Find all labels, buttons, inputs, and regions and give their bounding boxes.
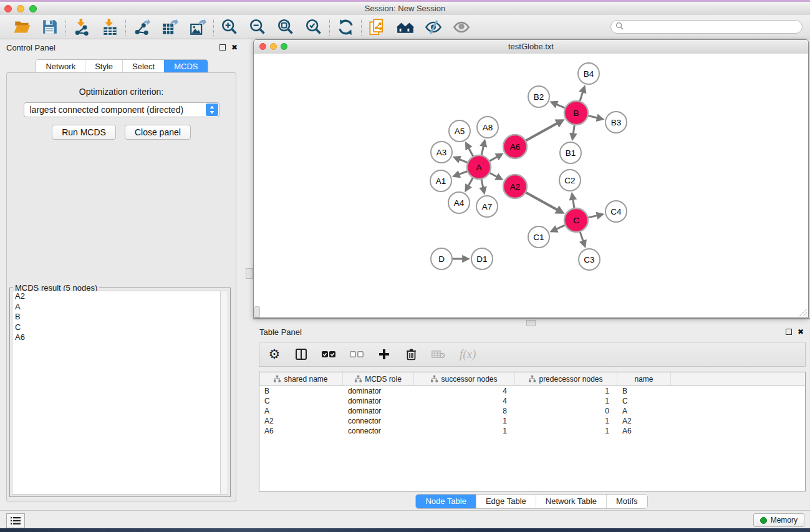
graph-node-B[interactable]: B — [564, 101, 588, 125]
graph-node-B1[interactable]: B1 — [560, 142, 581, 163]
graph-node-A6[interactable]: A6 — [503, 135, 527, 158]
cell-name[interactable]: A6 — [617, 427, 671, 435]
minimize-window-button[interactable] — [17, 5, 24, 12]
graph-node-B3[interactable]: B3 — [605, 112, 627, 133]
graph-edge-A6-B[interactable] — [524, 123, 558, 142]
hide-selection-icon[interactable] — [425, 18, 442, 36]
column-header-predecessor-nodes[interactable]: predecessor nodes — [515, 372, 617, 385]
graph-node-A7[interactable]: A7 — [476, 196, 498, 217]
table-row[interactable]: A2connector11A2 — [259, 416, 805, 426]
column-header-mcds-role[interactable]: MCDS role — [343, 372, 414, 385]
network-graph[interactable]: B4B2BB3A5A8A6A3AB1A1A2C2A4A7C4CC1C3DD1 — [254, 54, 808, 317]
tab-motifs[interactable]: Motifs — [606, 495, 647, 508]
cell-shared-name[interactable]: A — [259, 407, 343, 415]
memory-button[interactable]: Memory — [753, 513, 804, 527]
cell-shared-name[interactable]: A6 — [259, 427, 343, 435]
horizontal-splitter[interactable] — [253, 318, 810, 319]
cell-name[interactable]: A — [617, 407, 671, 415]
graph-node-A1[interactable]: A1 — [430, 170, 451, 191]
result-list-scrollbar[interactable] — [220, 291, 228, 495]
zoom-selected-icon[interactable] — [305, 18, 322, 36]
select-all-rows-icon[interactable] — [322, 347, 335, 362]
delete-table-icon[interactable] — [432, 347, 445, 362]
table-row[interactable]: Cdominator41C — [259, 396, 805, 406]
zoom-in-icon[interactable] — [221, 18, 238, 36]
column-header-name[interactable]: name — [617, 372, 671, 385]
tab-network-table[interactable]: Network Table — [536, 495, 606, 508]
tab-node-table[interactable]: Node Table — [416, 495, 476, 508]
cell-successor-nodes[interactable]: 4 — [414, 397, 515, 405]
cell-predecessor-nodes[interactable]: 1 — [515, 397, 617, 405]
cell-predecessor-nodes[interactable]: 1 — [515, 427, 617, 435]
tab-edge-table[interactable]: Edge Table — [476, 495, 536, 508]
table-row[interactable]: A6connector11A6 — [259, 426, 805, 436]
cell-name[interactable]: B — [617, 387, 671, 395]
graph-node-B4[interactable]: B4 — [578, 63, 599, 84]
search-field[interactable] — [610, 20, 803, 34]
network-zoom-button[interactable] — [281, 43, 287, 50]
export-table-icon[interactable] — [161, 18, 178, 36]
zoom-window-button[interactable] — [29, 5, 37, 12]
show-all-windows-icon[interactable] — [397, 18, 414, 36]
graph-edge-A2-C[interactable] — [524, 191, 558, 210]
table-row[interactable]: Bdominator41B — [259, 386, 805, 396]
open-session-icon[interactable] — [13, 18, 31, 36]
cell-mcds-role[interactable]: connector — [343, 417, 414, 425]
vertical-splitter-grip[interactable] — [246, 268, 253, 279]
mcds-result-item[interactable]: C — [12, 322, 221, 333]
cell-shared-name[interactable]: C — [259, 397, 343, 405]
cell-successor-nodes[interactable]: 4 — [414, 387, 515, 395]
graph-node-C4[interactable]: C4 — [605, 201, 627, 222]
cell-mcds-role[interactable]: dominator — [343, 407, 414, 415]
show-selection-icon[interactable] — [453, 18, 470, 36]
graph-node-C1[interactable]: C1 — [528, 226, 549, 248]
export-network-icon[interactable] — [133, 18, 150, 36]
cell-successor-nodes[interactable]: 8 — [414, 407, 515, 415]
graph-node-A5[interactable]: A5 — [449, 120, 470, 142]
zoom-fit-icon[interactable] — [277, 18, 294, 36]
graph-node-D[interactable]: D — [431, 248, 452, 269]
cell-successor-nodes[interactable]: 1 — [414, 417, 515, 425]
delete-column-icon[interactable] — [405, 347, 417, 362]
cell-name[interactable]: A2 — [617, 417, 671, 425]
import-network-icon[interactable] — [73, 18, 90, 36]
criterion-dropdown[interactable]: largest connected component (directed) — [24, 102, 219, 117]
graph-node-C[interactable]: C — [564, 208, 588, 232]
deselect-all-rows-icon[interactable] — [350, 347, 364, 362]
graph-node-C3[interactable]: C3 — [579, 249, 600, 270]
apply-layout-icon[interactable] — [337, 18, 354, 36]
cell-predecessor-nodes[interactable]: 0 — [515, 407, 617, 415]
network-close-button[interactable] — [259, 43, 266, 50]
network-window-titlebar[interactable]: testGlobe.txt — [254, 40, 808, 54]
search-input[interactable] — [627, 22, 798, 32]
tab-style[interactable]: Style — [85, 60, 122, 74]
new-network-from-file-icon[interactable] — [369, 18, 386, 36]
cell-shared-name[interactable]: A2 — [259, 417, 343, 425]
cell-name[interactable]: C — [617, 397, 671, 405]
column-header-shared-name[interactable]: shared name — [259, 372, 343, 385]
graph-node-D1[interactable]: D1 — [471, 248, 493, 269]
graph-node-A3[interactable]: A3 — [431, 142, 452, 163]
column-header-successor-nodes[interactable]: successor nodes — [414, 372, 515, 385]
function-builder-icon[interactable]: f(x) — [460, 347, 476, 362]
network-minimize-button[interactable] — [270, 43, 277, 50]
cell-successor-nodes[interactable]: 1 — [414, 427, 515, 435]
tab-mcds[interactable]: MCDS — [164, 60, 207, 74]
split-panel-icon[interactable] — [295, 347, 307, 362]
export-image-icon[interactable] — [189, 18, 206, 36]
graph-node-A2[interactable]: A2 — [503, 175, 527, 198]
zoom-out-icon[interactable] — [249, 18, 266, 36]
close-panel-button[interactable]: Close panel — [125, 125, 191, 140]
tab-network[interactable]: Network — [36, 60, 85, 74]
close-panel-icon[interactable]: ✖ — [231, 44, 238, 51]
close-table-panel-icon[interactable]: ✖ — [798, 329, 804, 335]
save-session-icon[interactable] — [41, 18, 59, 36]
mcds-result-list[interactable]: A2ABCA6 — [12, 291, 221, 495]
cell-predecessor-nodes[interactable]: 1 — [515, 387, 617, 395]
close-window-button[interactable] — [4, 5, 12, 12]
table-row[interactable]: Adominator80A — [259, 406, 805, 416]
run-mcds-button[interactable]: Run MCDS — [52, 125, 116, 140]
cell-mcds-role[interactable]: connector — [343, 427, 414, 435]
mcds-result-item[interactable]: A6 — [12, 332, 221, 343]
add-column-icon[interactable] — [378, 347, 390, 362]
